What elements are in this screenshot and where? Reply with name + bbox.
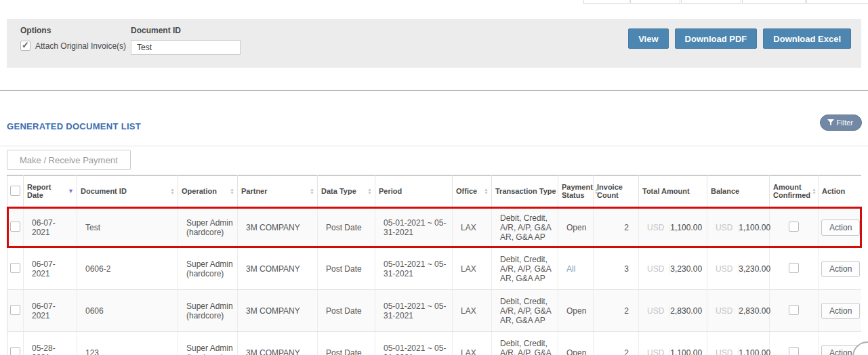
attach-original-invoices-checkbox[interactable] [20,41,30,51]
column-header-document-id[interactable]: Document ID▲▼ [77,175,178,207]
column-header-payment-status[interactable]: Payment Status▲▼ [558,175,594,207]
cell-partner: 3M COMPANY [238,332,318,355]
currency-label: USD [647,223,670,232]
top-cropped-fields [583,0,868,4]
cell-payment-status: Open [558,290,594,332]
toolbar-divider [0,146,868,146]
cell-total-amount: USD1,100.00 [639,332,707,355]
sort-icon[interactable]: ▲▼ [230,188,234,194]
cell-operation: Super Admin (hardcore) [178,248,238,290]
make-receive-payment-button[interactable]: Make / Receive Payment [7,150,131,170]
sort-icon[interactable]: ▲▼ [812,188,817,194]
panel-buttons: View Download PDF Download Excel [628,28,851,49]
column-header-office[interactable]: Office▲▼ [453,175,492,207]
table-row: 06-07-2021 0606 Super Admin (hardcore) 3… [7,290,862,332]
cropped-field [583,0,629,4]
cell-payment-status: All [558,248,594,290]
currency-label: USD [647,306,670,316]
cell-report-date: 06-07-2021 [24,290,77,332]
download-excel-button[interactable]: Download Excel [763,28,851,49]
cropped-field [742,0,806,4]
download-pdf-button[interactable]: Download PDF [675,28,758,49]
attach-original-invoices-label: Attach Original Invoice(s) [35,41,126,51]
cell-period: 05-01-2021 ~ 05-31-2021 [375,290,453,332]
options-panel: Options Attach Original Invoice(s) Docum… [7,19,861,68]
cell-data-type: Post Date [318,207,375,248]
cell-office: LAX [453,248,492,290]
cell-transaction-type: Debit, Credit, A/R, A/P, G&A AR, G&A AP [492,207,558,248]
view-button[interactable]: View [628,28,668,49]
row-checkbox[interactable] [10,222,20,232]
sort-icon[interactable]: ▲▼ [484,188,489,194]
cell-partner: 3M COMPANY [238,290,318,332]
cell-document-id: Test [77,207,178,248]
sort-icon[interactable]: ▲▼ [170,188,175,194]
column-header-partner[interactable]: Partner▲▼ [238,175,318,207]
column-header-data-type[interactable]: Data Type▲▼ [318,175,375,207]
sort-icon[interactable]: ▲▼ [367,188,372,194]
cell-transaction-type: Debit, Credit, A/R, A/P, G&A AR, G&A AP [492,332,558,355]
cell-report-date: 05-28-2021 [24,332,77,355]
amount-confirmed-checkbox[interactable] [789,305,799,315]
filter-funnel-icon [827,119,834,126]
cell-period: 05-01-2021 ~ 05-31-2021 [375,207,453,248]
amount-confirmed-checkbox[interactable] [789,222,799,232]
cell-operation: Super Admin (hardcore) [178,290,238,332]
cell-invoice-count: 3 [594,248,639,290]
action-button[interactable]: Action [821,220,860,236]
action-button[interactable]: Action [821,261,860,277]
column-header-invoice-count: Invoice Count [594,175,639,207]
column-header-total-amount: Total Amount [639,175,707,207]
document-id-input[interactable] [131,40,241,55]
amount-confirmed-checkbox[interactable] [789,347,799,355]
sort-desc-icon[interactable]: ▼ [68,188,74,194]
cell-total-amount: USD2,830.00 [639,290,707,332]
row-checkbox[interactable] [10,347,20,355]
select-all-checkbox[interactable] [10,186,20,196]
filter-button-label: Filter [837,119,853,127]
cropped-field [630,0,680,4]
cell-report-date: 06-07-2021 [24,207,77,248]
currency-label: USD [716,306,739,316]
cell-balance: USD3,230.00 [707,248,770,290]
cell-balance: USD2,830.00 [707,290,770,332]
cell-transaction-type: Debit, Credit, A/R, A/P, G&A AR, G&A AP [492,290,558,332]
cell-office: LAX [453,207,492,248]
section-divider [0,90,868,91]
cropped-field [681,0,741,4]
amount-confirmed-checkbox[interactable] [789,263,799,273]
cell-office: LAX [453,290,492,332]
cell-total-amount: USD3,230.00 [639,248,707,290]
generated-document-list-title: GENERATED DOCUMENT LIST [7,121,141,131]
cell-data-type: Post Date [318,332,375,355]
action-button[interactable]: Action [821,303,860,319]
filter-button[interactable]: Filter [820,114,862,131]
table-row: 05-28-2021 123 Super Admin (hardcore) 3M… [7,332,862,355]
cell-payment-status: Open [558,332,594,355]
column-header-operation[interactable]: Operation▲▼ [178,175,238,207]
column-header-amount-confirmed[interactable]: Amount Confirmed▲▼ [770,175,819,207]
options-label: Options [20,26,126,35]
document-id-group: Document ID [131,26,241,55]
currency-label: USD [647,264,670,274]
sort-icon[interactable]: ▲▼ [310,188,314,194]
attach-original-invoices-option[interactable]: Attach Original Invoice(s) [20,41,126,51]
row-checkbox[interactable] [10,263,20,273]
cell-partner: 3M COMPANY [238,248,318,290]
cell-document-id: 123 [77,332,178,355]
cell-period: 05-01-2021 ~ 05-31-2021 [375,332,453,355]
cell-period: 05-01-2021 ~ 05-31-2021 [375,248,453,290]
cell-document-id: 0606-2 [77,248,178,290]
invoice-document-screen: Options Attach Original Invoice(s) Docum… [0,0,868,355]
cell-operation: Super Admin (hardcore) [178,207,238,248]
cell-total-amount: USD1,100.00 [639,207,707,248]
row-checkbox[interactable] [10,305,20,315]
column-header-report-date[interactable]: Report Date▼ [24,175,77,207]
table-row: 06-07-2021 0606-2 Super Admin (hardcore)… [7,248,862,290]
cell-payment-status: Open [558,207,594,248]
cell-operation: Super Admin (hardcore) [178,332,238,355]
column-header-period: Period [375,175,453,207]
cell-partner: 3M COMPANY [238,207,318,248]
cell-data-type: Post Date [318,248,375,290]
cell-data-type: Post Date [318,290,375,332]
